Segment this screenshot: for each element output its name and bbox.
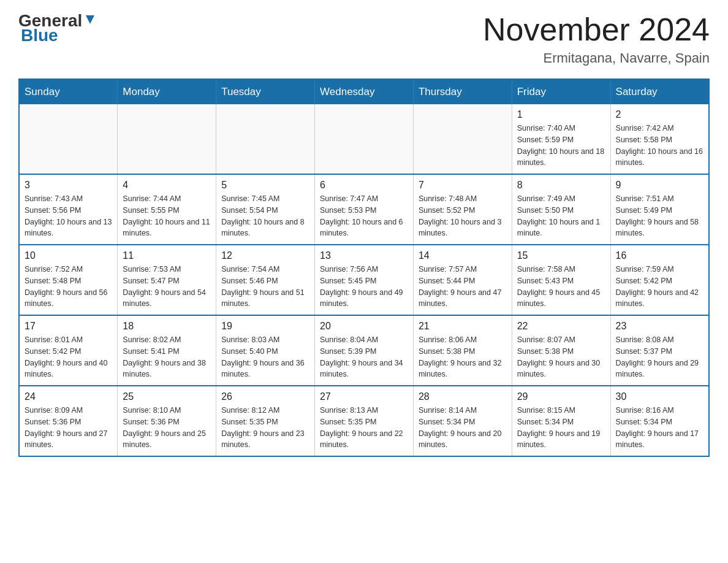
calendar-cell: 19Sunrise: 8:03 AMSunset: 5:40 PMDayligh… [216,315,315,386]
calendar-cell [413,104,512,174]
weekday-row: SundayMondayTuesdayWednesdayThursdayFrid… [19,79,709,104]
calendar-cell: 7Sunrise: 7:48 AMSunset: 5:52 PMDaylight… [413,174,512,245]
calendar-cell: 22Sunrise: 8:07 AMSunset: 5:38 PMDayligh… [512,315,610,386]
day-number: 10 [25,250,112,261]
day-number: 19 [221,321,309,332]
day-info: Sunrise: 7:43 AMSunset: 5:56 PMDaylight:… [25,193,112,239]
day-number: 12 [221,250,309,261]
day-info: Sunrise: 7:44 AMSunset: 5:55 PMDaylight:… [123,193,211,239]
day-number: 27 [320,391,408,402]
calendar-week-5: 24Sunrise: 8:09 AMSunset: 5:36 PMDayligh… [19,386,709,456]
day-info: Sunrise: 7:42 AMSunset: 5:58 PMDaylight:… [616,123,703,169]
day-info: Sunrise: 8:15 AMSunset: 5:34 PMDaylight:… [517,405,605,451]
day-info: Sunrise: 7:49 AMSunset: 5:50 PMDaylight:… [517,193,605,239]
day-info: Sunrise: 7:53 AMSunset: 5:47 PMDaylight:… [123,264,211,310]
weekday-header-saturday: Saturday [610,79,709,104]
calendar-cell: 29Sunrise: 8:15 AMSunset: 5:34 PMDayligh… [512,386,610,456]
page-header: General Blue November 2024 Ermitagana, N… [18,12,710,66]
calendar-cell: 11Sunrise: 7:53 AMSunset: 5:47 PMDayligh… [118,245,216,315]
calendar-week-4: 17Sunrise: 8:01 AMSunset: 5:42 PMDayligh… [19,315,709,386]
calendar-cell: 25Sunrise: 8:10 AMSunset: 5:36 PMDayligh… [118,386,216,456]
day-info: Sunrise: 8:04 AMSunset: 5:39 PMDaylight:… [320,334,408,380]
calendar-cell: 28Sunrise: 8:14 AMSunset: 5:34 PMDayligh… [413,386,512,456]
day-info: Sunrise: 7:59 AMSunset: 5:42 PMDaylight:… [616,264,703,310]
calendar-body: 1Sunrise: 7:40 AMSunset: 5:59 PMDaylight… [19,104,709,456]
day-info: Sunrise: 8:10 AMSunset: 5:36 PMDaylight:… [123,405,211,451]
calendar-cell: 8Sunrise: 7:49 AMSunset: 5:50 PMDaylight… [512,174,610,245]
day-info: Sunrise: 8:12 AMSunset: 5:35 PMDaylight:… [221,405,309,451]
calendar-cell: 16Sunrise: 7:59 AMSunset: 5:42 PMDayligh… [610,245,709,315]
day-number: 15 [517,250,605,261]
calendar-header: SundayMondayTuesdayWednesdayThursdayFrid… [19,79,709,104]
month-title: November 2024 [483,12,710,47]
day-info: Sunrise: 7:48 AMSunset: 5:52 PMDaylight:… [419,193,507,239]
day-info: Sunrise: 7:40 AMSunset: 5:59 PMDaylight:… [517,123,605,169]
calendar-cell: 24Sunrise: 8:09 AMSunset: 5:36 PMDayligh… [19,386,118,456]
day-number: 3 [25,180,112,191]
calendar-cell: 14Sunrise: 7:57 AMSunset: 5:44 PMDayligh… [413,245,512,315]
day-info: Sunrise: 7:57 AMSunset: 5:44 PMDaylight:… [419,264,507,310]
day-number: 1 [517,109,605,120]
day-info: Sunrise: 7:47 AMSunset: 5:53 PMDaylight:… [320,193,408,239]
calendar-cell: 23Sunrise: 8:08 AMSunset: 5:37 PMDayligh… [610,315,709,386]
calendar-cell: 1Sunrise: 7:40 AMSunset: 5:59 PMDaylight… [512,104,610,174]
day-info: Sunrise: 8:02 AMSunset: 5:41 PMDaylight:… [123,334,211,380]
weekday-header-monday: Monday [118,79,216,104]
day-number: 18 [123,321,211,332]
calendar-table: SundayMondayTuesdayWednesdayThursdayFrid… [18,79,710,457]
day-number: 30 [616,391,703,402]
day-info: Sunrise: 8:03 AMSunset: 5:40 PMDaylight:… [221,334,309,380]
weekday-header-wednesday: Wednesday [315,79,414,104]
day-info: Sunrise: 8:16 AMSunset: 5:34 PMDaylight:… [616,405,703,451]
day-number: 29 [517,391,605,402]
day-number: 22 [517,321,605,332]
calendar-week-2: 3Sunrise: 7:43 AMSunset: 5:56 PMDaylight… [19,174,709,245]
day-info: Sunrise: 8:06 AMSunset: 5:38 PMDaylight:… [419,334,507,380]
logo-blue: Blue [21,26,58,45]
day-number: 24 [25,391,112,402]
day-number: 26 [221,391,309,402]
calendar-week-1: 1Sunrise: 7:40 AMSunset: 5:59 PMDaylight… [19,104,709,174]
logo-triangle-icon [83,13,97,26]
location: Ermitagana, Navarre, Spain [483,50,710,66]
day-info: Sunrise: 8:07 AMSunset: 5:38 PMDaylight:… [517,334,605,380]
calendar-cell: 9Sunrise: 7:51 AMSunset: 5:49 PMDaylight… [610,174,709,245]
day-number: 9 [616,180,703,191]
calendar-cell: 26Sunrise: 8:12 AMSunset: 5:35 PMDayligh… [216,386,315,456]
calendar-cell [315,104,414,174]
title-section: November 2024 Ermitagana, Navarre, Spain [483,12,710,66]
weekday-header-thursday: Thursday [413,79,512,104]
day-number: 13 [320,250,408,261]
day-number: 7 [419,180,507,191]
day-number: 8 [517,180,605,191]
day-info: Sunrise: 7:54 AMSunset: 5:46 PMDaylight:… [221,264,309,310]
calendar-cell: 21Sunrise: 8:06 AMSunset: 5:38 PMDayligh… [413,315,512,386]
calendar-cell: 3Sunrise: 7:43 AMSunset: 5:56 PMDaylight… [19,174,118,245]
day-number: 6 [320,180,408,191]
logo: General Blue [18,12,97,45]
day-number: 5 [221,180,309,191]
calendar-cell [216,104,315,174]
day-info: Sunrise: 8:13 AMSunset: 5:35 PMDaylight:… [320,405,408,451]
day-number: 20 [320,321,408,332]
weekday-header-friday: Friday [512,79,610,104]
day-info: Sunrise: 8:01 AMSunset: 5:42 PMDaylight:… [25,334,112,380]
weekday-header-tuesday: Tuesday [216,79,315,104]
calendar-cell: 4Sunrise: 7:44 AMSunset: 5:55 PMDaylight… [118,174,216,245]
calendar-cell: 10Sunrise: 7:52 AMSunset: 5:48 PMDayligh… [19,245,118,315]
calendar-cell: 2Sunrise: 7:42 AMSunset: 5:58 PMDaylight… [610,104,709,174]
calendar-cell: 6Sunrise: 7:47 AMSunset: 5:53 PMDaylight… [315,174,414,245]
weekday-header-sunday: Sunday [19,79,118,104]
day-info: Sunrise: 7:45 AMSunset: 5:54 PMDaylight:… [221,193,309,239]
day-number: 21 [419,321,507,332]
calendar-cell: 20Sunrise: 8:04 AMSunset: 5:39 PMDayligh… [315,315,414,386]
svg-marker-0 [86,15,94,24]
calendar-week-3: 10Sunrise: 7:52 AMSunset: 5:48 PMDayligh… [19,245,709,315]
calendar-cell: 17Sunrise: 8:01 AMSunset: 5:42 PMDayligh… [19,315,118,386]
day-number: 28 [419,391,507,402]
day-info: Sunrise: 7:52 AMSunset: 5:48 PMDaylight:… [25,264,112,310]
day-info: Sunrise: 8:09 AMSunset: 5:36 PMDaylight:… [25,405,112,451]
day-info: Sunrise: 8:08 AMSunset: 5:37 PMDaylight:… [616,334,703,380]
calendar-cell: 15Sunrise: 7:58 AMSunset: 5:43 PMDayligh… [512,245,610,315]
day-number: 2 [616,109,703,120]
